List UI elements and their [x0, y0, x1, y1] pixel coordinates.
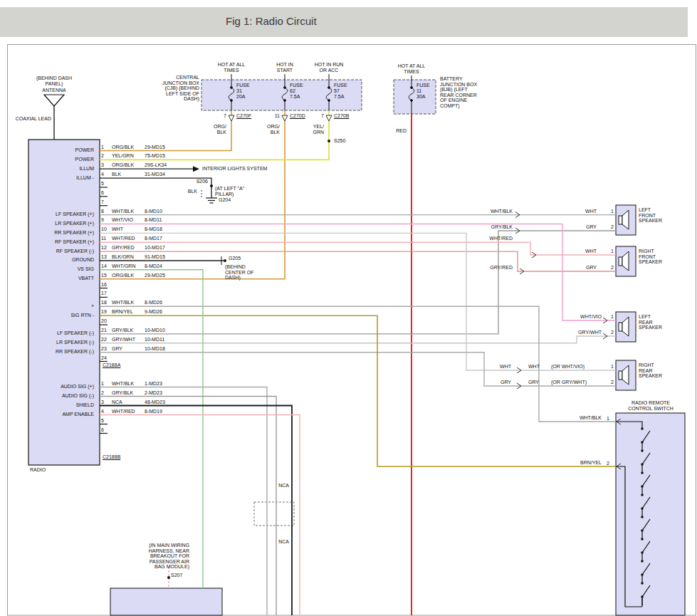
connector-c270f-pin: 7	[210, 113, 226, 119]
radio-pin-circuit: 10-MD17	[145, 245, 174, 251]
radio-pin-wire: NCA	[112, 400, 143, 405]
radio-pin-number: 1	[101, 381, 111, 387]
rr-wire-far2: GRY	[491, 380, 511, 385]
speaker-icon	[619, 371, 622, 380]
radio-pin-label: RF SPEAKER (+)	[28, 239, 94, 245]
rf-wire-far1: WHT/RED	[487, 236, 513, 241]
radio-pin-label: POWER	[28, 157, 94, 162]
figure-title-bar: Fig 1: Radio Circuit	[0, 7, 688, 37]
lf-wire-far2: GRY/BLK	[487, 224, 513, 230]
switch-contact-dot	[641, 582, 644, 585]
lr-speaker-pin2: 2	[599, 330, 614, 335]
remote-wire1-label: WHT/BLK	[566, 415, 602, 421]
radio-pin-circuit: 8-MD17	[145, 236, 174, 241]
speaker-icon	[619, 257, 622, 266]
right-rear-speaker-label: RIGHT REAR SPEAKER	[639, 362, 664, 379]
radio-pin-wire: BRN/YEL	[112, 309, 143, 315]
connector-c2188a-link[interactable]: C2188A	[103, 362, 120, 368]
radio-pin-wire: BLK	[112, 172, 143, 177]
radio-pin-circuit: 31-MD34	[145, 172, 174, 177]
connector-c2188b-link[interactable]: C2188B	[103, 454, 120, 460]
switch-contact-dot	[641, 516, 644, 518]
radio-pin-wire: GRY/BLK	[112, 328, 143, 333]
rr-wire-near2: GRY	[528, 380, 539, 385]
fuse62-name: FUSE 62	[290, 83, 308, 93]
splice-s250-label: S250	[334, 138, 345, 144]
radio-pin-number: 11	[101, 236, 111, 241]
fuse57-amp: 7.5A	[334, 94, 352, 100]
radio-pin-number: 6	[101, 190, 111, 196]
speaker-icon	[619, 323, 622, 331]
hot-label-fuse31: HOT AT ALL TIMES	[214, 62, 248, 73]
connector-c270f-link[interactable]: C270F	[236, 113, 251, 119]
radio-pin-label: AMP ENABLE	[28, 412, 94, 417]
radio-pin-number: 7	[101, 199, 111, 205]
radio-pin-label: VBATT	[28, 276, 94, 281]
radio-pin-circuit: 10-MD11	[145, 337, 174, 343]
radio-pin-label: VS SIG	[28, 266, 94, 272]
lr-wire-near2: GRY/WHT	[570, 330, 602, 335]
radio-pin-wire: BLK/GRN	[112, 254, 143, 260]
rf-wire-near1: WHT	[574, 249, 597, 254]
radio-pin-circuit: 8-MD11	[145, 217, 174, 223]
switch-contact-dot	[641, 494, 644, 496]
s207-location-note: (IN MAIN WIRING HARNESS, NEAR BREAKOUT F…	[140, 543, 189, 570]
radio-pin-number: 8	[101, 209, 111, 214]
radio-pin-label: SIG RTN -	[28, 313, 94, 318]
antenna-label: ANTENNA	[31, 88, 77, 93]
coaxial-lead-label: COAXIAL LEAD	[14, 116, 51, 122]
radio-pin-number: 14	[101, 263, 111, 269]
radio-pin-number: 16	[101, 282, 111, 288]
radio-pin-label: LF SPEAKER (-)	[28, 330, 94, 336]
splice-s207-dot	[167, 576, 170, 579]
g205-location-note: (BEHIND CENTER OF DASH)	[225, 264, 266, 281]
radio-pin-number: 1	[101, 145, 111, 150]
radio-pin-circuit: 8-MD19	[145, 409, 174, 414]
radio-pin-label: LR SPEAKER (+)	[28, 221, 94, 226]
radio-label: RADIO	[30, 467, 46, 473]
switch-contact-dot	[641, 427, 644, 430]
wire-label-orgblk-2: ORG/ BLK	[260, 124, 280, 135]
radio-pin-circuit: 8-MD18	[145, 226, 174, 232]
rr-wire-far1: WHT	[491, 364, 511, 370]
wire-label-red: RED	[388, 128, 407, 134]
radio-pin-circuit: 10-MD18	[145, 346, 174, 352]
switch-contact-dot	[641, 449, 644, 452]
radio-pin-label: POWER	[28, 147, 94, 153]
connector-c270b-link[interactable]: C270B	[334, 113, 349, 119]
radio-pin-label: RR SPEAKER (-)	[28, 349, 94, 355]
radio-pin-wire: WHT/VIO	[112, 217, 143, 223]
switch-contact-dot	[641, 538, 644, 541]
lr-wire-near1: WHT/VIO	[570, 314, 602, 320]
radio-pin-circuit: 8-MD10	[145, 209, 174, 214]
rr-speaker-pin1: 1	[599, 364, 614, 370]
radio-pin-label: LF SPEAKER (+)	[28, 212, 94, 217]
radio-pin-number: 23	[101, 346, 111, 352]
radio-pin-number: 2	[101, 153, 111, 159]
radio-pin-number: 17	[101, 291, 111, 296]
fuse31-amp: 20A	[236, 94, 255, 100]
radio-pin-number: 4	[101, 409, 111, 414]
switch-contact-dot	[641, 471, 644, 474]
radio-pin-number: 15	[101, 273, 111, 278]
figure-title: Fig 1: Radio Circuit	[226, 15, 317, 27]
radio-pin-wire: WHT/BLK	[112, 209, 143, 214]
splice-s207-label: S207	[171, 573, 182, 578]
radio-pin-number: 20	[101, 318, 111, 324]
rf-speaker-pin2: 2	[599, 265, 614, 271]
ground-g205-label: G205	[229, 256, 241, 261]
radio-pin-label: AUDIO SIG (+)	[28, 384, 94, 390]
radio-pin-number: 5	[101, 181, 111, 187]
radio-pin-wire: GRY/WHT	[112, 337, 143, 343]
connector-c270d-link[interactable]: C270D	[290, 113, 305, 119]
radio-pin-wire: WHT/RED	[112, 409, 143, 414]
fuse11-name: FUSE 11	[416, 83, 435, 93]
radio-pin-number: 4	[101, 172, 111, 177]
remote-switch-label: RADIO REMOTE CONTROL SWITCH	[621, 400, 681, 411]
remote-pin1: 1	[599, 416, 609, 422]
radio-pin-circuit: 48-MD23	[145, 400, 174, 405]
radio-pin-number: 18	[101, 300, 111, 306]
s206-wire-label: BLK	[180, 189, 197, 194]
cjb-label: CENTRAL JUNCTION BOX (CJB) (BEHIND LEFT …	[152, 75, 199, 102]
radio-pin-label: +	[28, 303, 94, 309]
